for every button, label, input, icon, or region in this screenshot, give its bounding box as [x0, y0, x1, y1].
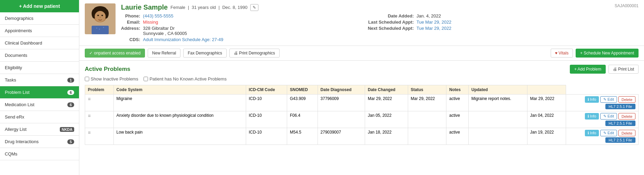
- sidebar-item-cqms[interactable]: CQMs: [0, 148, 79, 160]
- delete-button[interactable]: Delete: [618, 130, 635, 136]
- patient-dob: Dec. 8, 1990: [222, 5, 247, 10]
- sidebar-item-tasks[interactable]: Tasks1: [0, 74, 79, 86]
- sidebar-item-documents[interactable]: Documents: [0, 49, 79, 62]
- sidebar-item-appointments[interactable]: Appointments: [0, 25, 79, 37]
- sidebar-badge-tasks: 1: [67, 78, 74, 83]
- action-bar-right: ♥ Vitals + Schedule New Appointment: [551, 49, 639, 58]
- sidebar-item-label: Appointments: [5, 28, 32, 33]
- print-demographics-label: Print Demographics: [239, 51, 275, 55]
- date-added-label: Date Added:: [368, 13, 414, 18]
- sidebar-item-send-erx[interactable]: Send eRx: [0, 111, 79, 123]
- last-appt-label: Last Scheduled Appt:: [368, 20, 414, 25]
- no-known-active-checkbox[interactable]: [144, 77, 148, 81]
- new-referral-button[interactable]: New Referral: [148, 49, 180, 58]
- sidebar-item-label: Eligibility: [5, 65, 22, 70]
- status: active: [446, 111, 469, 128]
- no-known-active-label[interactable]: Patient has No Known Active Problems: [144, 76, 226, 82]
- hl7-file-button[interactable]: HL7 2.5.1 File: [605, 121, 635, 126]
- sidebar-item-label: Medication List: [5, 102, 35, 107]
- updated: Mar 29, 2022: [527, 95, 566, 111]
- sidebar-item-label: Demographics: [5, 16, 33, 21]
- print-demographics-button[interactable]: 🖨 Print Demographics: [229, 49, 280, 58]
- drag-handle[interactable]: ≡: [85, 95, 114, 111]
- info-button[interactable]: ℹ Info: [585, 113, 599, 120]
- print-list-button[interactable]: 🖨 Print List: [608, 65, 639, 74]
- patient-phone[interactable]: (443) 555-5555: [143, 13, 365, 18]
- section-header-buttons: + Add Problem 🖨 Print List: [570, 65, 639, 74]
- cds-value[interactable]: Adult Immunization Schedule Age: 27-49: [143, 37, 365, 42]
- sidebar-item-label: Send eRx: [5, 114, 24, 120]
- patient-address-line2[interactable]: Sunnyvale , CA 60005: [143, 31, 187, 36]
- add-patient-button[interactable]: Add new patient: [0, 0, 79, 12]
- date-changed: [408, 111, 446, 128]
- sidebar-badge-allergy-list: NKDA: [60, 127, 74, 132]
- edit-button[interactable]: ✎ Edit: [600, 113, 617, 120]
- patient-address-line1[interactable]: 328 Gibraltar Dr: [143, 26, 174, 31]
- show-inactive-text: Show Inactive Problems: [91, 76, 138, 82]
- delete-button[interactable]: Delete: [618, 113, 635, 120]
- sidebar-item-problem-list[interactable]: Problem List6: [0, 86, 79, 99]
- col-header-9: [527, 85, 566, 95]
- sidebar-badge-problem-list: 6: [67, 90, 74, 95]
- drag-handle[interactable]: ≡: [85, 128, 114, 145]
- last-appt-value[interactable]: Tue Mar 29, 2022: [416, 20, 639, 25]
- icd-code: M54.5: [287, 128, 318, 145]
- info-button[interactable]: ℹ Info: [585, 130, 599, 136]
- vitals-button[interactable]: ♥ Vitals: [551, 49, 573, 58]
- hl7-file-button[interactable]: HL7 2.5.1 File: [605, 104, 635, 109]
- onpatient-access-button[interactable]: onpatient access enabled: [85, 49, 145, 58]
- problems-section: Active Problems + Add Problem 🖨 Print Li…: [79, 61, 644, 149]
- row-actions: ℹ Info ✎ Edit Delete HL7 2.5.1 File: [566, 128, 638, 145]
- edit-patient-button[interactable]: ✎: [250, 4, 258, 11]
- updated: Jan 04, 2022: [527, 111, 566, 128]
- main-content: Laurie Sample Female | 31 years old | De…: [79, 0, 644, 175]
- show-inactive-label[interactable]: Show Inactive Problems: [85, 76, 138, 82]
- fax-demographics-button[interactable]: Fax Demographics: [183, 49, 227, 58]
- patient-photo: [85, 3, 116, 34]
- sidebar-item-demographics[interactable]: Demographics: [0, 12, 79, 25]
- hl7-file-button[interactable]: HL7 2.5.1 File: [605, 137, 635, 143]
- show-inactive-checkbox[interactable]: [85, 77, 89, 81]
- cds-label: CDS:: [121, 37, 140, 42]
- sidebar-item-allergy-list[interactable]: Allergy ListNKDA: [0, 123, 79, 136]
- info-button[interactable]: ℹ Info: [585, 96, 599, 103]
- edit-button[interactable]: ✎ Edit: [600, 96, 617, 103]
- print-list-label: Print List: [618, 67, 634, 72]
- status: active: [446, 128, 469, 145]
- schedule-appointment-button[interactable]: + Schedule New Appointment: [576, 49, 639, 58]
- patient-id: SAJA000001: [615, 3, 639, 8]
- patient-header: Laurie Sample Female | 31 years old | De…: [79, 0, 644, 46]
- patient-name: Laurie Sample: [121, 3, 168, 11]
- date-diagnosed: Jan 18, 2022: [365, 128, 408, 145]
- next-appt-value[interactable]: Tue Mar 29, 2022: [416, 26, 639, 36]
- sidebar-item-clinical-dashboard[interactable]: Clinical Dashboard: [0, 37, 79, 49]
- date-diagnosed: Jan 05, 2022: [365, 111, 408, 128]
- drag-handle[interactable]: ≡: [85, 111, 114, 128]
- print-demographics-icon: 🖨: [234, 51, 238, 55]
- edit-button[interactable]: ✎ Edit: [600, 130, 617, 136]
- patient-gender: Female: [171, 5, 185, 10]
- add-problem-button[interactable]: + Add Problem: [570, 65, 606, 74]
- sidebar-badge-medication-list: 6: [67, 102, 74, 107]
- sidebar-item-eligibility[interactable]: Eligibility: [0, 62, 79, 74]
- vitals-label: Vitals: [559, 51, 568, 55]
- col-header-4: Date Diagnosed: [318, 85, 365, 95]
- sidebar-item-label: CQMs: [5, 151, 17, 157]
- date-changed: [408, 128, 446, 145]
- patient-name-row: Laurie Sample Female | 31 years old | De…: [121, 3, 639, 11]
- patient-info: Laurie Sample Female | 31 years old | De…: [121, 3, 639, 42]
- icd-code: F06.4: [287, 111, 318, 128]
- table-row: ≡MigraineICD-10G43.90937796009Mar 29, 20…: [85, 95, 639, 111]
- delete-button[interactable]: Delete: [618, 96, 635, 103]
- sidebar-item-drug-interactions[interactable]: Drug Interactions5: [0, 136, 79, 148]
- col-header-5: Date Changed: [365, 85, 408, 95]
- sidebar-item-label: Clinical Dashboard: [5, 40, 42, 46]
- section-header: Active Problems + Add Problem 🖨 Print Li…: [85, 65, 639, 74]
- sidebar-item-label: Documents: [5, 53, 27, 58]
- sidebar-item-medication-list[interactable]: Medication List6: [0, 99, 79, 111]
- table-row: ≡Anxiety disorder due to known physiolog…: [85, 111, 639, 128]
- col-header-6: Status: [408, 85, 446, 95]
- row-actions: ℹ Info ✎ Edit Delete HL7 2.5.1 File: [566, 95, 638, 111]
- phone-label: Phone:: [121, 13, 140, 18]
- snomed: [318, 111, 365, 128]
